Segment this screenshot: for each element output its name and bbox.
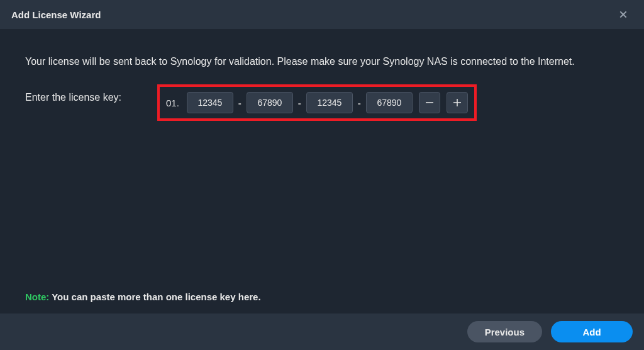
license-key-input-group: 01. - - -: [157, 84, 477, 121]
content-area: Your license will be sent back to Synolo…: [0, 29, 644, 121]
segment-dash: -: [297, 98, 303, 108]
enter-key-label: Enter the license key:: [25, 84, 157, 103]
close-button[interactable]: [614, 5, 633, 24]
minus-icon: [424, 97, 435, 108]
titlebar: Add License Wizard: [0, 0, 644, 29]
key-segment-1[interactable]: [187, 92, 233, 113]
row-number: 01.: [166, 98, 179, 108]
license-key-row: Enter the license key: 01. - - -: [25, 84, 619, 121]
previous-button[interactable]: Previous: [467, 321, 542, 342]
footer: Previous Add: [0, 313, 644, 350]
add-button[interactable]: Add: [551, 321, 633, 342]
key-segment-3[interactable]: [306, 92, 353, 113]
key-segment-2[interactable]: [247, 92, 293, 113]
segment-dash: -: [357, 98, 362, 108]
description-text: Your license will be sent back to Synolo…: [25, 54, 619, 69]
note-text: You can paste more than one license key …: [49, 291, 260, 302]
plus-icon: [452, 97, 463, 108]
note-row: Note: You can paste more than one licens…: [25, 291, 261, 302]
close-icon: [618, 9, 628, 20]
note-label: Note:: [25, 291, 49, 302]
key-segment-4[interactable]: [366, 92, 413, 113]
remove-key-button[interactable]: [419, 92, 440, 113]
window-title: Add License Wizard: [11, 9, 101, 20]
segment-dash: -: [237, 98, 243, 108]
add-key-button[interactable]: [447, 92, 468, 113]
